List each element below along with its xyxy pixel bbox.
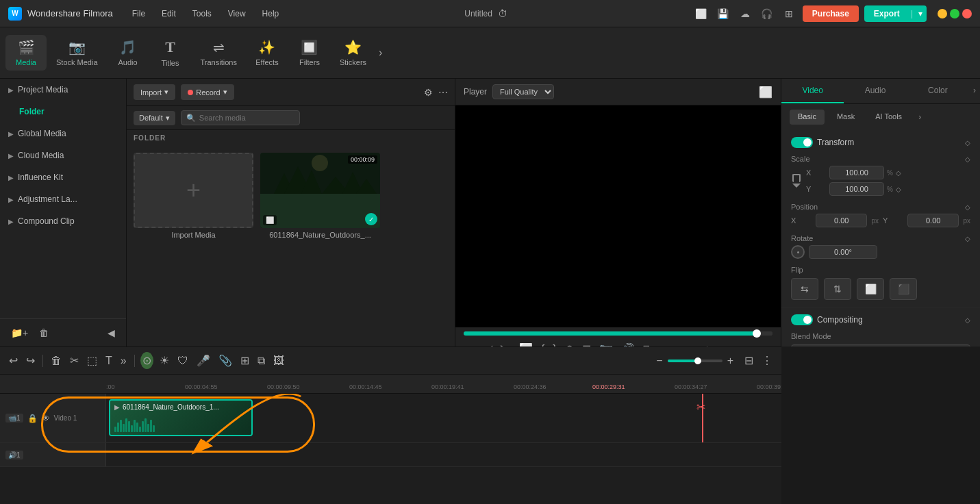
subtabs-more[interactable]: › xyxy=(914,110,925,125)
compositing-diamond[interactable]: ◇ xyxy=(965,316,970,324)
menu-view[interactable]: View xyxy=(223,6,251,21)
sidebar-item-influence-kit[interactable]: ▶ Influence Kit xyxy=(0,166,126,188)
tl-text-button[interactable]: T xyxy=(103,353,114,369)
tl-shield-button[interactable]: 🛡 xyxy=(175,353,190,369)
sidebar-item-global-media[interactable]: ▶ Global Media xyxy=(0,123,126,144)
menu-tools[interactable]: Tools xyxy=(187,6,217,21)
cloud-icon[interactable]: ☁ xyxy=(737,5,753,22)
track-lock-icon[interactable]: 🔒 xyxy=(27,414,38,423)
add-folder-icon[interactable]: 📁+ xyxy=(8,325,31,341)
scale-y-value[interactable]: 100.00 xyxy=(829,182,884,196)
video-track-1: 📹1 🔒 👁 Video 1 ▶ 6011864_Nature_Outdoors… xyxy=(0,394,781,443)
subtab-basic[interactable]: Basic xyxy=(790,110,825,125)
transform-diamond[interactable]: ◇ xyxy=(965,139,970,147)
tl-cut-button[interactable]: ✂ xyxy=(68,352,81,369)
subtab-ai-tools[interactable]: AI Tools xyxy=(867,110,910,125)
menu-edit[interactable]: Edit xyxy=(156,6,181,21)
tl-sun-button[interactable]: ☀ xyxy=(158,352,171,369)
scale-diamond[interactable]: ◇ xyxy=(965,155,970,163)
close-button[interactable] xyxy=(962,9,972,18)
zoom-slider[interactable] xyxy=(668,360,723,362)
more-icon[interactable]: ⋯ xyxy=(438,87,448,98)
default-button[interactable]: Default ▾ xyxy=(134,111,175,125)
flip-h-button[interactable]: ⇆ xyxy=(791,278,818,300)
tl-undo-button[interactable]: ↩ xyxy=(7,352,20,369)
tl-mic-button[interactable]: 🎤 xyxy=(194,352,212,369)
tl-crop-button[interactable]: ⬚ xyxy=(85,352,99,369)
sidebar-item-compound-clip[interactable]: ▶ Compound Clip xyxy=(0,210,126,232)
zoom-in-button[interactable]: + xyxy=(725,353,736,369)
compositing-toggle[interactable] xyxy=(791,314,813,325)
tl-img-button[interactable]: 🖼 xyxy=(271,353,286,369)
tool-media[interactable]: 🎬 Media xyxy=(5,35,47,71)
tool-transitions[interactable]: ⇌ Transitions xyxy=(192,35,245,71)
sidebar-item-adjustment-layer[interactable]: ▶ Adjustment La... xyxy=(0,188,126,210)
tool-titles[interactable]: T Titles xyxy=(150,34,191,71)
tl-pip-button[interactable]: ⧉ xyxy=(255,353,267,369)
tl-delete-button[interactable]: 🗑 xyxy=(49,353,64,369)
tool-audio[interactable]: 🎵 Audio xyxy=(108,35,149,71)
flip-both-button[interactable]: ⬜ xyxy=(857,278,884,300)
tl-clip-button[interactable]: 📎 xyxy=(216,352,234,369)
tool-effects[interactable]: ✨ Effects xyxy=(247,35,288,71)
tab-color[interactable]: Color xyxy=(907,79,969,103)
headphone-icon[interactable]: 🎧 xyxy=(759,5,775,22)
layout-icon[interactable]: ⬜ xyxy=(693,5,709,22)
pos-y-value[interactable]: 0.00 xyxy=(907,214,959,227)
search-input[interactable] xyxy=(181,110,300,125)
rotate-diamond[interactable]: ◇ xyxy=(965,235,970,242)
pos-x-value[interactable]: 0.00 xyxy=(816,214,867,227)
import-media-item[interactable]: + Import Media xyxy=(134,153,253,340)
rotate-dial[interactable] xyxy=(791,245,805,259)
save-icon[interactable]: 💾 xyxy=(715,5,731,22)
sidebar-item-folder[interactable]: Folder xyxy=(0,101,126,123)
tl-redo-button[interactable]: ↪ xyxy=(24,352,37,369)
preview-expand-icon[interactable]: ⬜ xyxy=(759,86,772,99)
transform-toggle[interactable] xyxy=(791,137,813,148)
toolbar-more-icon[interactable]: › xyxy=(376,44,385,62)
tl-overlay-button[interactable]: ⊞ xyxy=(238,352,251,369)
rotate-value[interactable]: 0.00° xyxy=(809,245,877,259)
tl-more-button[interactable]: » xyxy=(118,353,129,369)
clip-nature[interactable]: ▶ 6011864_Nature_Outdoors_1... xyxy=(109,399,253,436)
rotate-label: Rotate xyxy=(791,234,813,242)
tl-expand-button[interactable]: ⋮ xyxy=(759,352,775,369)
import-button[interactable]: Import ▾ xyxy=(134,84,175,100)
scale-x-diamond[interactable]: ◇ xyxy=(896,169,901,177)
tl-magnet-button[interactable]: ⊙ xyxy=(140,352,153,369)
panel-tabs-more[interactable]: › xyxy=(969,79,980,103)
tool-stickers[interactable]: ⭐ Stickers xyxy=(331,35,375,71)
grid-icon[interactable]: ⊞ xyxy=(781,5,797,22)
purchase-button[interactable]: Purchase xyxy=(803,5,859,22)
tool-stock[interactable]: 📷 Stock Media xyxy=(48,35,106,71)
menu-help[interactable]: Help xyxy=(257,6,285,21)
quality-select[interactable]: Full Quality 1/2 Quality 1/4 Quality xyxy=(492,84,554,99)
track-visible-icon[interactable]: 👁 xyxy=(42,414,50,423)
flip-reset-button[interactable]: ⬛ xyxy=(890,278,917,300)
menu-file[interactable]: File xyxy=(127,6,151,21)
sidebar-item-project-media[interactable]: ▶ Project Media xyxy=(0,79,126,101)
delete-icon[interactable]: 🗑 xyxy=(36,325,51,341)
flip-v-button[interactable]: ⇅ xyxy=(824,278,851,300)
record-button[interactable]: Record ▾ xyxy=(181,84,234,100)
subtab-mask[interactable]: Mask xyxy=(829,110,863,125)
collapse-sidebar-icon[interactable]: ◀ xyxy=(105,325,118,341)
tab-audio[interactable]: Audio xyxy=(844,79,906,103)
minimize-button[interactable] xyxy=(938,9,947,18)
zoom-out-button[interactable]: − xyxy=(654,353,664,369)
filter-icon[interactable]: ⚙ xyxy=(424,87,433,98)
progress-bar[interactable] xyxy=(464,331,772,336)
blend-mode-select[interactable]: Normal Dissolve Multiply Screen Overlay xyxy=(791,344,970,346)
scale-controls: X 100.00 % ◇ Y 100.00 % ◇ xyxy=(791,166,970,196)
sidebar-item-cloud-media[interactable]: ▶ Cloud Media xyxy=(0,144,126,166)
scale-y-diamond[interactable]: ◇ xyxy=(896,186,901,193)
export-dropdown-arrow[interactable]: ▾ xyxy=(914,9,927,18)
nature-media-item[interactable]: 00:00:09 ✓ ⬜ 6011864_Nature_Outdoors_... xyxy=(260,153,380,340)
tl-grid-button[interactable]: ⊟ xyxy=(742,352,755,369)
export-button[interactable]: Export xyxy=(864,5,909,22)
maximize-button[interactable] xyxy=(950,9,959,18)
tool-filters[interactable]: 🔲 Filters xyxy=(289,35,330,71)
position-diamond[interactable]: ◇ xyxy=(965,203,970,211)
tab-video[interactable]: Video xyxy=(781,79,844,103)
scale-x-value[interactable]: 100.00 xyxy=(829,166,884,179)
